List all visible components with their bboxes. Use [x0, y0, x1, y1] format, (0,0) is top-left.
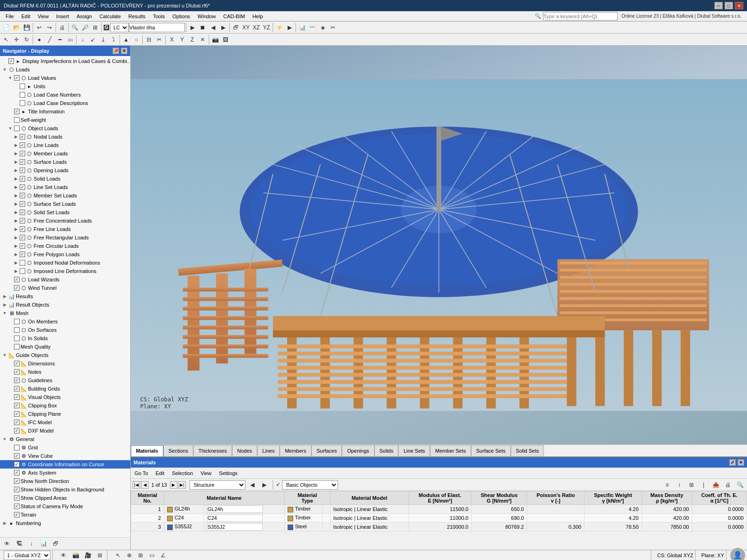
- nav-item-notes[interactable]: 📐Notes: [0, 368, 130, 376]
- cell-name-input[interactable]: [204, 505, 284, 514]
- navigator-close-btn[interactable]: ✕: [121, 48, 127, 54]
- checkbox-load-wizards[interactable]: [14, 277, 20, 282]
- next-btn[interactable]: ▶: [218, 22, 228, 33]
- nav-icon-results[interactable]: 📊: [38, 539, 49, 549]
- view-xz-btn[interactable]: XZ: [251, 22, 261, 33]
- filter-prev-btn[interactable]: ◀: [247, 480, 258, 490]
- open-btn[interactable]: 📂: [11, 22, 21, 33]
- tab-thicknesses[interactable]: Thicknesses: [193, 445, 232, 456]
- rotate-btn[interactable]: ↻: [21, 35, 32, 45]
- node-btn[interactable]: ●: [34, 35, 44, 45]
- checkbox-imposed-line-deformations[interactable]: [20, 268, 25, 274]
- checkbox-dimensions[interactable]: [14, 361, 20, 366]
- cell-type-select[interactable]: [322, 523, 330, 532]
- nav-item-on-surfaces[interactable]: ⬡On Surfaces: [0, 326, 130, 334]
- checkbox-line-set-loads[interactable]: [20, 184, 25, 190]
- screenshot-btn[interactable]: 🖼: [220, 35, 231, 45]
- nav-item-show-north-direction[interactable]: Show North Direction: [0, 477, 130, 485]
- panel-undock-btn[interactable]: ⤢: [729, 459, 736, 466]
- search-input[interactable]: [543, 12, 618, 21]
- nav-item-in-solids[interactable]: ⬡In Solids: [0, 334, 130, 343]
- checkbox-free-line-loads[interactable]: [20, 226, 25, 232]
- nav-item-grid[interactable]: ⚙Grid: [0, 443, 130, 452]
- checkbox-opening-loads[interactable]: [20, 168, 25, 173]
- run-btn[interactable]: ▶: [187, 22, 197, 33]
- nav-item-nodal-loads[interactable]: ▶⬡Nodal Loads: [0, 133, 130, 141]
- checkbox-mesh-quality[interactable]: [14, 344, 20, 350]
- table-search-btn[interactable]: 🔍: [735, 480, 745, 490]
- panel-edit[interactable]: Edit: [154, 469, 166, 477]
- menu-assign[interactable]: Assign: [73, 13, 96, 20]
- cell-type-select[interactable]: [322, 514, 330, 523]
- nav-icon-loads[interactable]: ↓: [26, 539, 36, 549]
- nav-item-surface-set-loads[interactable]: ▶⬡Surface Set Loads: [0, 200, 130, 208]
- checkbox-clipping-plane[interactable]: [14, 411, 20, 417]
- checkbox-free-polygon-loads[interactable]: [20, 252, 25, 257]
- y-axis-btn[interactable]: Y: [177, 35, 187, 45]
- panel-close-btn[interactable]: ✕: [738, 459, 744, 466]
- checkbox-on-surfaces[interactable]: [14, 327, 20, 333]
- table-filter-btn[interactable]: ≡: [662, 480, 672, 490]
- checkbox-status-of-camera[interactable]: [14, 504, 20, 509]
- sections-btn[interactable]: ✂: [328, 22, 338, 33]
- nav-item-ifc-model[interactable]: 📐IFC Model: [0, 418, 130, 427]
- menu-help[interactable]: Help: [249, 13, 267, 20]
- nav-item-free-circular-loads[interactable]: ▶⬡Free Circular Loads: [0, 242, 130, 250]
- next-page-btn[interactable]: ▶: [170, 481, 177, 489]
- table-group-btn[interactable]: ⊞: [686, 480, 697, 490]
- checkbox-free-concentrated-loads[interactable]: [20, 218, 25, 224]
- tab-solids[interactable]: Solids: [374, 445, 399, 456]
- tab-surfaces[interactable]: Surfaces: [311, 445, 342, 456]
- member-btn[interactable]: ━: [55, 35, 65, 45]
- nav-item-show-clipped-areas[interactable]: Show Clipped Areas: [0, 494, 130, 502]
- checkbox-clipping-box[interactable]: [14, 403, 20, 408]
- panel-settings[interactable]: Settings: [217, 469, 240, 477]
- status-snap-btn[interactable]: ⊕: [124, 550, 134, 560]
- status-angle-btn[interactable]: ∠: [158, 550, 168, 560]
- cell-name-input[interactable]: [204, 514, 284, 523]
- x-axis-btn[interactable]: X: [167, 35, 177, 45]
- calc-lc-btn[interactable]: ▶: [284, 22, 295, 33]
- nav-item-building-grids[interactable]: 📐Building Grids: [0, 385, 130, 393]
- menu-edit[interactable]: Edit: [18, 13, 34, 20]
- nav-item-solid-loads[interactable]: ▶⬡Solid Loads: [0, 175, 130, 183]
- nav-item-free-polygon-loads[interactable]: ▶⬡Free Polygon Loads: [0, 250, 130, 259]
- table-sort-btn[interactable]: ↕: [674, 480, 684, 490]
- nav-item-coordinate-info[interactable]: ⚙Coordinate Information on Cursor: [0, 460, 130, 469]
- z-axis-btn[interactable]: Z: [187, 35, 197, 45]
- nav-item-line-set-loads[interactable]: ▶⬡Line Set Loads: [0, 183, 130, 191]
- filter-select-2[interactable]: Basic Objects: [282, 480, 338, 490]
- menu-file[interactable]: File: [2, 13, 18, 20]
- checkbox-dxf-model[interactable]: [14, 428, 20, 434]
- panel-selection[interactable]: Selection: [170, 469, 195, 477]
- nav-item-free-line-loads[interactable]: ▶⬡Free Line Loads: [0, 225, 130, 233]
- checkbox-in-solids[interactable]: [14, 336, 20, 341]
- checkbox-show-clipped-areas[interactable]: [14, 495, 20, 501]
- filter-select-1[interactable]: Structure: [190, 480, 246, 490]
- tab-solid-sets[interactable]: Solid Sets: [511, 445, 544, 456]
- table-row[interactable]: 1 GL24h Timber Isotropic | Linear Elasti…: [131, 505, 747, 514]
- menu-window[interactable]: Window: [194, 13, 219, 20]
- checkbox-show-north-direction[interactable]: [14, 478, 20, 484]
- select-btn[interactable]: ↖: [1, 35, 11, 45]
- surface-btn[interactable]: ▭: [65, 35, 75, 45]
- nav-item-self-weight[interactable]: Self-weight: [0, 116, 130, 124]
- checkbox-free-rectangular-loads[interactable]: [20, 235, 25, 240]
- nav-item-dimensions[interactable]: 📐Dimensions: [0, 359, 130, 368]
- nodal-load-btn[interactable]: ↙: [88, 35, 98, 45]
- nav-icon-display[interactable]: 👁: [2, 539, 12, 549]
- nav-item-load-case-descriptions[interactable]: ⬡Load Case Descriptions: [0, 99, 130, 107]
- checkbox-on-members[interactable]: [14, 319, 20, 324]
- nav-item-mesh-quality[interactable]: Mesh Quality: [0, 343, 130, 351]
- checkbox-title-information[interactable]: [14, 109, 20, 114]
- tab-openings[interactable]: Openings: [342, 445, 374, 456]
- checkbox-surface-loads[interactable]: [20, 159, 25, 165]
- viewport-3d[interactable]: CS: Global XYZ Plane: XY: [131, 46, 747, 444]
- nav-icon-structure[interactable]: 🏗: [14, 539, 24, 549]
- tab-lines[interactable]: Lines: [257, 445, 280, 456]
- checkbox-view-cube[interactable]: [14, 453, 20, 459]
- zoom-in-btn[interactable]: 🔍: [70, 22, 80, 33]
- delete-btn[interactable]: ✕: [197, 35, 208, 45]
- nav-item-free-concentrated-loads[interactable]: ▶⬡Free Concentrated Loads: [0, 217, 130, 225]
- new-btn[interactable]: 📄: [1, 22, 11, 33]
